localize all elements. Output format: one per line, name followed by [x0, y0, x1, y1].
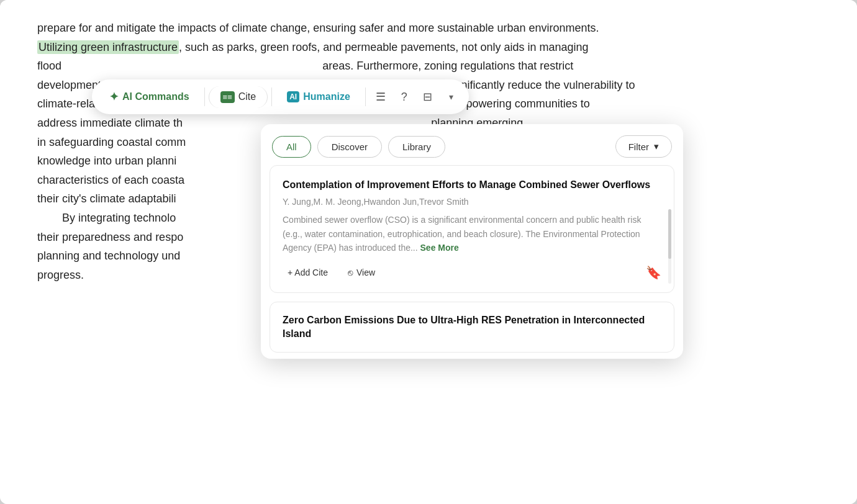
humanize-button[interactable]: AI Humanize: [276, 86, 361, 107]
ai-star-icon: ✦: [109, 90, 119, 104]
help-icon: ?: [401, 91, 407, 104]
add-cite-label: + Add Cite: [288, 268, 328, 277]
filter-button[interactable]: Filter ▾: [615, 135, 672, 158]
tab-library[interactable]: Library: [388, 136, 445, 158]
list-icon: ⊟: [423, 90, 432, 104]
bookmark-button[interactable]: 🔖: [646, 265, 661, 280]
toolbar-divider-3: [365, 88, 366, 106]
ai-commands-button[interactable]: ✦ AI Commands: [98, 85, 201, 109]
humanize-label: Humanize: [303, 91, 350, 102]
see-more-button[interactable]: See More: [420, 243, 459, 253]
scrollbar-thumb[interactable]: [668, 209, 671, 259]
doc-line-1: prepare for and mitigate the impacts of …: [37, 19, 820, 38]
filter-chevron-icon: ▾: [654, 141, 659, 152]
doc-line-2: Utilizing green infrastructure, such as …: [37, 38, 820, 57]
scrollbar-track[interactable]: [668, 209, 671, 284]
menu-icon-button[interactable]: ☰: [370, 86, 392, 108]
paper-1-abstract-text: Combined sewer overflow (CSO) is a signi…: [283, 215, 641, 253]
paper-2-title: Zero Carbon Emissions Due to Ultra-High …: [283, 313, 661, 341]
cite-icon: ≡≡: [220, 91, 235, 103]
toolbar-divider-2: [271, 88, 272, 106]
bookmark-icon: 🔖: [646, 266, 661, 279]
paper-1-authors: Y. Jung,M. M. Jeong,Hwandon Jun,Trevor S…: [283, 197, 661, 207]
panel-tabs-row: All Discover Library Filter ▾: [261, 124, 683, 165]
tab-all[interactable]: All: [272, 136, 311, 158]
add-cite-button[interactable]: + Add Cite: [283, 265, 333, 280]
humanize-icon: AI: [287, 91, 299, 102]
card-actions: + Add Cite ⎋ View 🔖: [283, 265, 661, 280]
cite-button[interactable]: ≡≡ Cite: [209, 86, 268, 108]
list-icon-button[interactable]: ⊟: [417, 86, 439, 108]
more-options-button[interactable]: ▾: [440, 86, 463, 108]
toolbar-divider-1: [204, 88, 205, 106]
cite-dropdown-panel: All Discover Library Filter ▾ Contemplat…: [261, 124, 683, 359]
tab-discover[interactable]: Discover: [317, 136, 382, 158]
paper-1-title: Contemplation of Improvement Efforts to …: [283, 178, 661, 192]
view-arrow-icon: ⎋: [348, 268, 353, 277]
help-icon-button[interactable]: ?: [393, 86, 415, 108]
ai-commands-label: AI Commands: [122, 91, 189, 102]
filter-label: Filter: [628, 142, 649, 152]
toolbar: ✦ AI Commands ≡≡ Cite AI Humanize ☰ ? ⊟ …: [92, 79, 469, 114]
paper-1-abstract: Combined sewer overflow (CSO) is a signi…: [283, 213, 661, 254]
highlighted-text: Utilizing green infrastructure: [37, 40, 179, 54]
view-button[interactable]: ⎋ View: [343, 265, 380, 280]
cite-label: Cite: [238, 91, 256, 102]
menu-icon: ☰: [376, 90, 386, 104]
doc-line-3: flood areas. Furthermore, zoning regulat…: [37, 56, 820, 76]
chevron-down-icon: ▾: [449, 92, 453, 102]
paper-card-1: Contemplation of Improvement Efforts to …: [270, 165, 674, 293]
view-label: View: [356, 268, 375, 277]
paper-card-2: Zero Carbon Emissions Due to Ultra-High …: [270, 302, 674, 353]
